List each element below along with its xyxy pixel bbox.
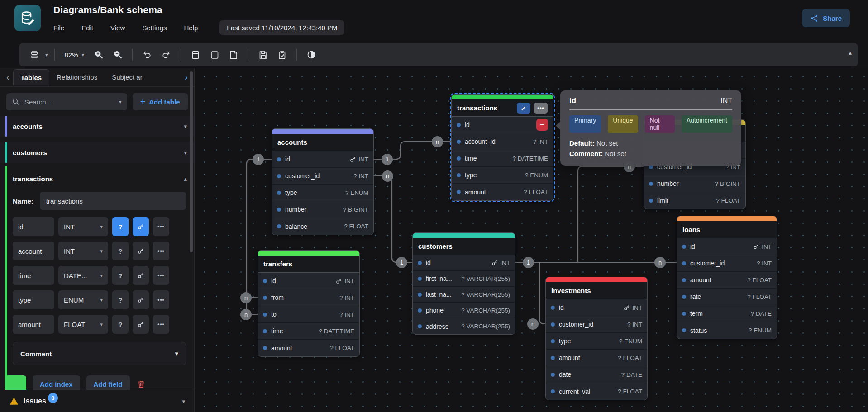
canvas-table-transactions[interactable]: transactions ••• id − account_id ? INT t… [451,94,553,201]
field-name-button[interactable]: id [13,217,54,236]
save-button[interactable] [255,47,271,63]
zoom-level[interactable]: 82% ▾ [61,51,88,59]
sidebar-item-accounts[interactable]: accounts ▾ [0,116,194,137]
table-header[interactable]: loans [677,221,777,238]
table-field-row[interactable]: amount ? FLOAT [258,340,359,356]
field-type-select[interactable]: INT ▾ [58,242,108,260]
theme-toggle-button[interactable] [303,47,320,63]
primary-key-toggle[interactable] [133,217,149,236]
table-field-row[interactable]: limit ? FLOAT [644,192,745,209]
diagram-canvas[interactable]: 1 n 1 n n 1 n 1 n n n customer_id ? INT … [195,68,868,412]
menu-view[interactable]: View [110,24,125,32]
table-field-row[interactable]: type ? ENUM [452,167,553,184]
table-field-row[interactable]: id − [452,117,553,133]
add-table-button[interactable]: + Add table [133,93,188,110]
zoom-out-button[interactable] [110,47,126,63]
table-field-row[interactable]: phone ? VARCHAR(255) [413,303,515,318]
table-field-row[interactable]: current_val ? FLOAT [546,383,647,400]
table-field-row[interactable]: time ? DATETIME [452,150,553,167]
view-options-caret-icon[interactable]: ▾ [45,52,48,58]
primary-key-toggle[interactable] [133,315,149,334]
field-name-button[interactable]: time [13,266,54,285]
field-more-button[interactable]: ••• [153,217,169,236]
menu-edit[interactable]: Edit [81,24,93,32]
table-field-row[interactable]: time ? DATETIME [258,323,359,340]
canvas-table-transfers[interactable]: transfers id INT from ? INT to ? INT tim… [258,250,360,357]
delete-table-icon[interactable] [136,379,146,389]
field-type-select[interactable]: INT ▾ [58,217,108,236]
table-field-row[interactable]: id INT [258,273,359,289]
primary-key-toggle[interactable] [133,290,149,309]
table-name-input[interactable] [40,192,186,210]
redo-button[interactable] [158,47,174,63]
sidebar-item-transactions[interactable]: transactions ▴ [0,168,194,189]
search-caret-icon[interactable]: ▾ [119,99,122,105]
zoom-in-button[interactable] [91,47,107,63]
tab-subject-areas[interactable]: Subject ar [105,69,150,85]
sidebar-item-customers[interactable]: customers ▾ [0,142,194,163]
sidebar-scrollbar[interactable] [190,71,193,252]
table-header[interactable]: accounts [272,134,373,151]
table-header[interactable]: investments [546,282,647,299]
collapse-toolbar-icon[interactable]: ▴ [849,49,852,56]
edit-table-button[interactable] [517,103,530,114]
table-field-row[interactable]: type ? ENUM [546,333,647,350]
field-more-button[interactable]: ••• [153,266,169,285]
tab-tables[interactable]: Tables [13,69,49,85]
table-header[interactable]: transfers [258,256,359,273]
table-field-row[interactable]: amount ? FLOAT [677,272,777,289]
tab-relationships[interactable]: Relationships [49,69,105,85]
field-type-select[interactable]: ENUM ▾ [58,290,108,309]
table-field-row[interactable]: id INT [413,255,515,271]
table-more-button[interactable]: ••• [534,103,548,114]
add-area-tool-button[interactable] [206,47,223,63]
table-field-row[interactable]: customer_id ? INT [272,168,373,185]
table-field-row[interactable]: from ? INT [258,289,359,306]
table-field-row[interactable]: date ? DATE [546,366,647,383]
add-table-tool-button[interactable] [187,47,204,63]
nullable-toggle[interactable]: ? [112,217,129,236]
chevron-down-icon[interactable]: ▾ [184,149,187,156]
table-search[interactable]: ▾ [6,93,127,110]
table-field-row[interactable]: last_na... ? VARCHAR(255) [413,287,515,303]
delete-field-button[interactable]: − [536,119,548,131]
field-type-select[interactable]: FLOAT ▾ [58,315,108,334]
tabs-scroll-left-icon[interactable]: ‹ [3,72,13,82]
nullable-toggle[interactable]: ? [112,315,129,334]
table-field-row[interactable]: number ? BIGINT [272,201,373,218]
table-field-row[interactable]: amount ? FLOAT [546,350,647,366]
field-more-button[interactable]: ••• [153,242,169,260]
field-more-button[interactable]: ••• [153,290,169,309]
table-field-row[interactable]: number ? BIGINT [644,175,745,192]
share-button[interactable]: Share [802,9,850,27]
nullable-toggle[interactable]: ? [112,290,129,309]
nullable-toggle[interactable]: ? [112,266,129,285]
table-field-row[interactable]: balance ? FLOAT [272,218,373,235]
table-header[interactable]: customers [413,238,515,255]
table-field-row[interactable]: to ? INT [258,306,359,323]
table-field-row[interactable]: status ? ENUM [677,322,777,339]
field-more-button[interactable]: ••• [153,315,169,334]
menu-file[interactable]: File [53,24,64,32]
table-field-row[interactable]: id INT [546,299,647,316]
primary-key-toggle[interactable] [133,266,149,285]
table-field-row[interactable]: rate ? FLOAT [677,289,777,305]
table-field-row[interactable]: term ? DATE [677,305,777,322]
table-field-row[interactable]: address ? VARCHAR(255) [413,318,515,334]
field-name-button[interactable]: type [13,290,54,309]
search-input[interactable] [24,98,114,106]
table-field-row[interactable]: id INT [677,238,777,255]
chevron-up-icon[interactable]: ▴ [184,175,187,182]
menu-settings[interactable]: Settings [142,24,167,32]
table-field-row[interactable]: type ? ENUM [272,185,373,201]
menu-help[interactable]: Help [184,24,198,32]
canvas-table-investments[interactable]: investments id INT customer_id ? INT typ… [545,277,648,400]
field-name-button[interactable]: account_ [13,242,54,260]
table-field-row[interactable]: amount ? FLOAT [452,184,553,200]
chevron-down-icon[interactable]: ▾ [182,398,185,405]
primary-key-toggle[interactable] [133,242,149,260]
app-logo[interactable] [14,5,41,31]
table-field-row[interactable]: account_id ? INT [452,133,553,150]
undo-button[interactable] [139,47,155,63]
canvas-table-accounts[interactable]: accounts id INT customer_id ? INT type ?… [272,128,374,235]
